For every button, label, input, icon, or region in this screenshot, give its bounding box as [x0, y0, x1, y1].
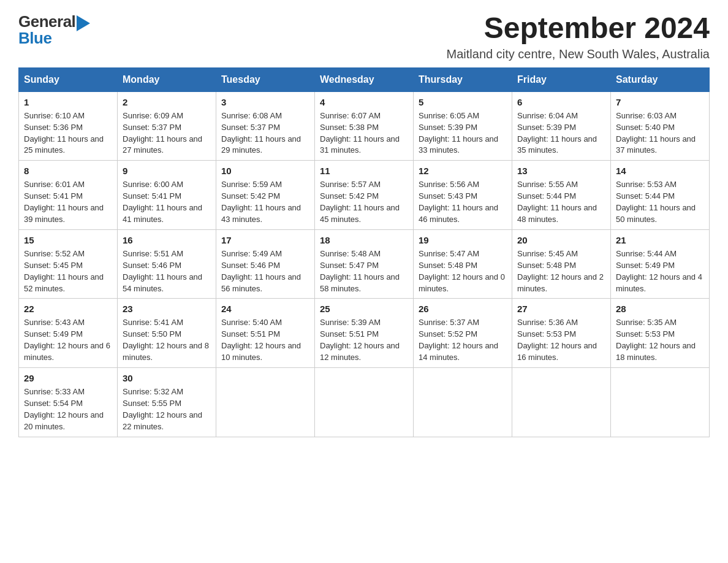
day-number: 17	[221, 234, 309, 247]
day-number: 4	[320, 96, 408, 109]
calendar-cell: 19Sunrise: 5:47 AMSunset: 5:48 PMDayligh…	[414, 229, 512, 299]
day-number: 5	[419, 96, 507, 109]
day-number: 23	[123, 302, 211, 315]
day-info: Sunrise: 5:40 AMSunset: 5:51 PMDaylight:…	[221, 318, 301, 362]
day-info: Sunrise: 5:55 AMSunset: 5:44 PMDaylight:…	[517, 180, 597, 224]
day-info: Sunrise: 5:59 AMSunset: 5:42 PMDaylight:…	[221, 180, 301, 224]
weekday-header-saturday: Saturday	[611, 67, 710, 91]
day-info: Sunrise: 5:43 AMSunset: 5:49 PMDaylight:…	[24, 318, 110, 362]
day-number: 20	[517, 234, 605, 247]
calendar-cell: 24Sunrise: 5:40 AMSunset: 5:51 PMDayligh…	[216, 299, 315, 368]
day-info: Sunrise: 5:36 AMSunset: 5:53 PMDaylight:…	[517, 318, 597, 362]
calendar-cell: 22Sunrise: 5:43 AMSunset: 5:49 PMDayligh…	[19, 299, 118, 368]
day-info: Sunrise: 5:33 AMSunset: 5:54 PMDaylight:…	[24, 387, 104, 431]
day-number: 10	[221, 164, 309, 177]
calendar-cell: 21Sunrise: 5:44 AMSunset: 5:49 PMDayligh…	[611, 229, 710, 299]
week-row-5: 29Sunrise: 5:33 AMSunset: 5:54 PMDayligh…	[19, 368, 710, 437]
day-number: 7	[616, 96, 704, 109]
day-number: 18	[320, 234, 408, 247]
day-info: Sunrise: 5:52 AMSunset: 5:45 PMDaylight:…	[24, 249, 104, 293]
day-info: Sunrise: 5:51 AMSunset: 5:46 PMDaylight:…	[123, 249, 202, 293]
day-info: Sunrise: 5:49 AMSunset: 5:46 PMDaylight:…	[221, 249, 301, 293]
calendar-cell	[414, 368, 512, 437]
day-number: 15	[24, 234, 112, 247]
calendar-cell: 1Sunrise: 6:10 AMSunset: 5:36 PMDaylight…	[19, 91, 118, 161]
day-info: Sunrise: 5:57 AMSunset: 5:42 PMDaylight:…	[320, 180, 400, 224]
calendar-cell	[315, 368, 414, 437]
day-number: 26	[419, 302, 507, 315]
day-info: Sunrise: 5:56 AMSunset: 5:43 PMDaylight:…	[419, 180, 498, 224]
day-info: Sunrise: 5:48 AMSunset: 5:47 PMDaylight:…	[320, 249, 400, 293]
day-number: 12	[419, 164, 507, 177]
calendar-cell: 12Sunrise: 5:56 AMSunset: 5:43 PMDayligh…	[414, 161, 512, 230]
month-title: September 2024	[447, 12, 710, 45]
weekday-header-wednesday: Wednesday	[315, 67, 414, 91]
logo: General Blue	[18, 12, 90, 48]
location-subtitle: Maitland city centre, New South Wales, A…	[447, 47, 710, 61]
logo-triangle-icon	[77, 15, 90, 31]
svg-marker-0	[77, 15, 90, 31]
day-info: Sunrise: 5:37 AMSunset: 5:52 PMDaylight:…	[419, 318, 498, 362]
day-info: Sunrise: 6:08 AMSunset: 5:37 PMDaylight:…	[221, 111, 301, 155]
calendar-cell: 17Sunrise: 5:49 AMSunset: 5:46 PMDayligh…	[216, 229, 315, 299]
weekday-header-monday: Monday	[118, 67, 216, 91]
weekday-header-thursday: Thursday	[414, 67, 512, 91]
day-number: 25	[320, 302, 408, 315]
logo-blue-text: Blue	[18, 29, 51, 48]
day-info: Sunrise: 6:09 AMSunset: 5:37 PMDaylight:…	[123, 111, 202, 155]
day-number: 13	[517, 164, 605, 177]
calendar-cell: 18Sunrise: 5:48 AMSunset: 5:47 PMDayligh…	[315, 229, 414, 299]
day-info: Sunrise: 5:41 AMSunset: 5:50 PMDaylight:…	[123, 318, 209, 362]
calendar-cell: 3Sunrise: 6:08 AMSunset: 5:37 PMDaylight…	[216, 91, 315, 161]
day-info: Sunrise: 5:44 AMSunset: 5:49 PMDaylight:…	[616, 249, 702, 293]
day-info: Sunrise: 6:07 AMSunset: 5:38 PMDaylight:…	[320, 111, 400, 155]
calendar-cell: 13Sunrise: 5:55 AMSunset: 5:44 PMDayligh…	[512, 161, 611, 230]
day-info: Sunrise: 5:32 AMSunset: 5:55 PMDaylight:…	[123, 387, 202, 431]
calendar-cell: 11Sunrise: 5:57 AMSunset: 5:42 PMDayligh…	[315, 161, 414, 230]
page-header: General Blue September 2024 Maitland cit…	[18, 12, 710, 61]
day-info: Sunrise: 6:00 AMSunset: 5:41 PMDaylight:…	[123, 180, 202, 224]
week-row-4: 22Sunrise: 5:43 AMSunset: 5:49 PMDayligh…	[19, 299, 710, 368]
day-number: 19	[419, 234, 507, 247]
calendar-cell: 6Sunrise: 6:04 AMSunset: 5:39 PMDaylight…	[512, 91, 611, 161]
day-number: 14	[616, 164, 704, 177]
calendar-cell: 10Sunrise: 5:59 AMSunset: 5:42 PMDayligh…	[216, 161, 315, 230]
calendar-cell: 7Sunrise: 6:03 AMSunset: 5:40 PMDaylight…	[611, 91, 710, 161]
calendar-cell: 5Sunrise: 6:05 AMSunset: 5:39 PMDaylight…	[414, 91, 512, 161]
calendar-cell	[216, 368, 315, 437]
day-number: 30	[123, 372, 211, 385]
day-number: 29	[24, 372, 112, 385]
weekday-header-friday: Friday	[512, 67, 611, 91]
day-info: Sunrise: 6:01 AMSunset: 5:41 PMDaylight:…	[24, 180, 104, 224]
day-info: Sunrise: 6:05 AMSunset: 5:39 PMDaylight:…	[419, 111, 498, 155]
day-info: Sunrise: 5:53 AMSunset: 5:44 PMDaylight:…	[616, 180, 696, 224]
week-row-3: 15Sunrise: 5:52 AMSunset: 5:45 PMDayligh…	[19, 229, 710, 299]
day-info: Sunrise: 6:03 AMSunset: 5:40 PMDaylight:…	[616, 111, 696, 155]
day-number: 11	[320, 164, 408, 177]
calendar-cell: 14Sunrise: 5:53 AMSunset: 5:44 PMDayligh…	[611, 161, 710, 230]
calendar-cell: 15Sunrise: 5:52 AMSunset: 5:45 PMDayligh…	[19, 229, 118, 299]
calendar-cell: 27Sunrise: 5:36 AMSunset: 5:53 PMDayligh…	[512, 299, 611, 368]
calendar-cell	[611, 368, 710, 437]
calendar-cell: 20Sunrise: 5:45 AMSunset: 5:48 PMDayligh…	[512, 229, 611, 299]
calendar-cell: 16Sunrise: 5:51 AMSunset: 5:46 PMDayligh…	[118, 229, 216, 299]
day-number: 1	[24, 96, 112, 109]
day-info: Sunrise: 6:10 AMSunset: 5:36 PMDaylight:…	[24, 111, 104, 155]
calendar-cell: 25Sunrise: 5:39 AMSunset: 5:51 PMDayligh…	[315, 299, 414, 368]
day-number: 28	[616, 302, 704, 315]
week-row-2: 8Sunrise: 6:01 AMSunset: 5:41 PMDaylight…	[19, 161, 710, 230]
day-info: Sunrise: 5:45 AMSunset: 5:48 PMDaylight:…	[517, 249, 604, 293]
day-number: 22	[24, 302, 112, 315]
day-info: Sunrise: 5:39 AMSunset: 5:51 PMDaylight:…	[320, 318, 400, 362]
day-number: 21	[616, 234, 704, 247]
weekday-header-row: SundayMondayTuesdayWednesdayThursdayFrid…	[19, 67, 710, 91]
calendar-cell: 8Sunrise: 6:01 AMSunset: 5:41 PMDaylight…	[19, 161, 118, 230]
day-number: 27	[517, 302, 605, 315]
calendar-cell: 26Sunrise: 5:37 AMSunset: 5:52 PMDayligh…	[414, 299, 512, 368]
day-info: Sunrise: 5:35 AMSunset: 5:53 PMDaylight:…	[616, 318, 696, 362]
day-number: 24	[221, 302, 309, 315]
weekday-header-tuesday: Tuesday	[216, 67, 315, 91]
title-block: September 2024 Maitland city centre, New…	[447, 12, 710, 61]
day-number: 8	[24, 164, 112, 177]
calendar-cell: 30Sunrise: 5:32 AMSunset: 5:55 PMDayligh…	[118, 368, 216, 437]
